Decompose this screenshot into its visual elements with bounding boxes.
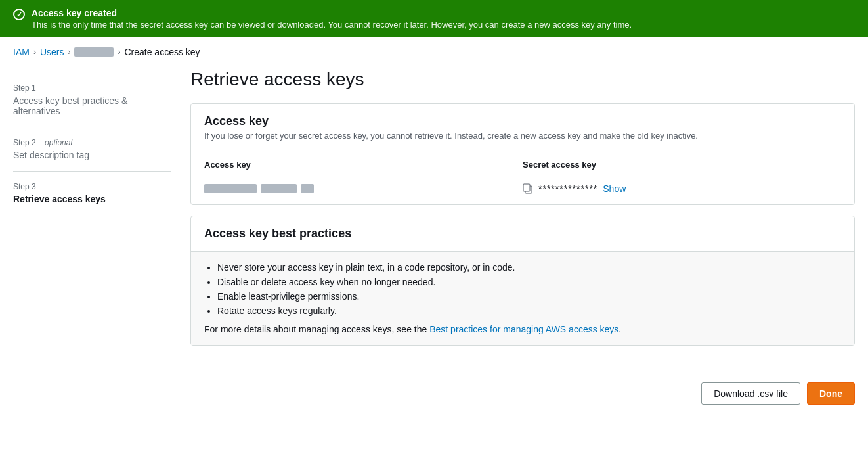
access-key-card-desc: If you lose or forget your secret access… — [204, 131, 841, 141]
copy-icon[interactable] — [523, 183, 533, 194]
breadcrumb-current: Create access key — [124, 47, 200, 57]
breadcrumb-iam[interactable]: IAM — [13, 47, 30, 57]
best-practices-title: Access key best practices — [204, 227, 841, 240]
breadcrumb-sep-3: › — [118, 47, 120, 57]
best-practices-footer: For more details about managing access k… — [204, 324, 841, 334]
breadcrumb-sep-2: › — [68, 47, 70, 57]
best-practices-card: Access key best practices Never store yo… — [190, 216, 855, 346]
main-container: Step 1 Access key best practices & alter… — [0, 66, 868, 376]
breadcrumb-users[interactable]: Users — [40, 47, 64, 57]
step-2-number: Step 2 – optional — [13, 138, 171, 147]
check-icon — [13, 9, 25, 20]
key-row: ************** Show — [204, 183, 841, 194]
col-header-access-key: Access key — [204, 160, 523, 170]
download-csv-button[interactable]: Download .csv file — [701, 382, 800, 405]
success-banner: Access key created This is the only time… — [0, 0, 868, 37]
sidebar-step-3: Step 3 Retrieve access keys — [13, 172, 171, 215]
page-title: Retrieve access keys — [190, 66, 855, 90]
bp-link[interactable]: Best practices for managing AWS access k… — [429, 324, 618, 334]
bp-footer-text: For more details about managing access k… — [204, 324, 429, 334]
step-1-title: Access key best practices & alternatives — [13, 95, 171, 116]
breadcrumb: IAM › Users › › Create access key — [0, 37, 868, 66]
list-item: Disable or delete access key when no lon… — [217, 277, 841, 287]
best-practices-card-header: Access key best practices — [191, 216, 854, 252]
best-practices-card-body: Never store your access key in plain tex… — [191, 252, 854, 345]
sidebar-step-2: Step 2 – optional Set description tag — [13, 127, 171, 172]
secret-masked: ************** — [538, 183, 597, 194]
banner-title: Access key created — [32, 8, 632, 18]
bp-footer-end: . — [618, 324, 621, 334]
col-header-secret: Secret access key — [523, 160, 841, 170]
done-button[interactable]: Done — [807, 382, 855, 405]
svg-rect-1 — [523, 184, 530, 191]
step-2-title: Set description tag — [13, 150, 171, 160]
list-item: Never store your access key in plain tex… — [217, 262, 841, 273]
best-practices-list: Never store your access key in plain tex… — [204, 262, 841, 316]
access-key-value — [204, 184, 523, 193]
access-key-card-header: Access key If you lose or forget your se… — [191, 104, 854, 149]
access-key-card-title: Access key — [204, 114, 841, 128]
list-item: Enable least-privilege permissions. — [217, 291, 841, 302]
breadcrumb-username — [74, 47, 114, 57]
list-item: Rotate access keys regularly. — [217, 306, 841, 316]
step-3-number: Step 3 — [13, 182, 171, 191]
step-1-number: Step 1 — [13, 83, 171, 93]
key-table-header: Access key Secret access key — [204, 160, 841, 175]
sidebar: Step 1 Access key best practices & alter… — [13, 66, 171, 356]
bottom-actions: Download .csv file Done — [0, 376, 868, 411]
access-key-blur-2 — [261, 184, 297, 193]
banner-description: This is the only time that the secret ac… — [32, 20, 632, 30]
secret-col: ************** Show — [523, 183, 841, 194]
show-secret-link[interactable]: Show — [603, 183, 626, 194]
access-key-blur-1 — [204, 184, 257, 193]
access-key-card: Access key If you lose or forget your se… — [190, 103, 855, 205]
access-key-blur-3 — [301, 184, 314, 193]
sidebar-step-1: Step 1 Access key best practices & alter… — [13, 73, 171, 127]
breadcrumb-sep-1: › — [33, 47, 36, 57]
access-key-card-body: Access key Secret access key *** — [191, 149, 854, 204]
step-3-title: Retrieve access keys — [13, 194, 171, 204]
content-area: Retrieve access keys Access key If you l… — [190, 66, 855, 356]
